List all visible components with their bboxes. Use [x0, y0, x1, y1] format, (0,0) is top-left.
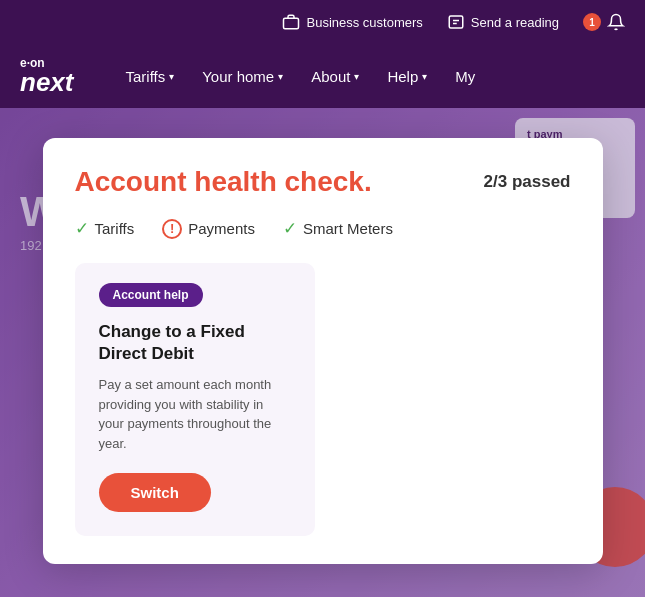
- check-smart-meters: ✓ Smart Meters: [283, 218, 393, 239]
- modal-overlay: Account health check. 2/3 passed ✓ Tarif…: [0, 108, 645, 597]
- check-tariffs: ✓ Tariffs: [75, 218, 135, 239]
- logo[interactable]: e·on next: [20, 57, 73, 95]
- notifications-link[interactable]: 1: [583, 13, 625, 31]
- notification-badge: 1: [583, 13, 601, 31]
- tariffs-chevron-icon: ▾: [169, 71, 174, 82]
- card-title: Change to a Fixed Direct Debit: [99, 321, 291, 365]
- nav-help[interactable]: Help ▾: [375, 60, 439, 93]
- svg-rect-0: [284, 18, 299, 29]
- briefcase-icon: [282, 13, 300, 31]
- nav-bar: e·on next Tariffs ▾ Your home ▾ About ▾ …: [0, 44, 645, 108]
- nav-your-home[interactable]: Your home ▾: [190, 60, 295, 93]
- nav-items: Tariffs ▾ Your home ▾ About ▾ Help ▾ My: [113, 60, 625, 93]
- business-customers-label: Business customers: [306, 15, 422, 30]
- nav-my[interactable]: My: [443, 60, 487, 93]
- modal-title: Account health check.: [75, 166, 372, 198]
- top-bar: Business customers Send a reading 1: [0, 0, 645, 44]
- check-items-row: ✓ Tariffs ! Payments ✓ Smart Meters: [75, 218, 571, 239]
- bell-icon: [607, 13, 625, 31]
- logo-next: next: [20, 69, 73, 95]
- switch-button[interactable]: Switch: [99, 473, 211, 512]
- check-payments-label: Payments: [188, 220, 255, 237]
- about-chevron-icon: ▾: [354, 71, 359, 82]
- account-help-card: Account help Change to a Fixed Direct De…: [75, 263, 315, 536]
- passed-badge: 2/3 passed: [484, 172, 571, 192]
- account-health-modal: Account health check. 2/3 passed ✓ Tarif…: [43, 138, 603, 564]
- nav-about[interactable]: About ▾: [299, 60, 371, 93]
- card-description: Pay a set amount each month providing yo…: [99, 375, 291, 453]
- send-reading-label: Send a reading: [471, 15, 559, 30]
- check-ok-icon-2: ✓: [283, 218, 297, 239]
- svg-rect-1: [449, 16, 463, 28]
- check-tariffs-label: Tariffs: [95, 220, 135, 237]
- check-smart-meters-label: Smart Meters: [303, 220, 393, 237]
- help-chevron-icon: ▾: [422, 71, 427, 82]
- nav-tariffs[interactable]: Tariffs ▾: [113, 60, 186, 93]
- send-reading-link[interactable]: Send a reading: [447, 13, 559, 31]
- your-home-chevron-icon: ▾: [278, 71, 283, 82]
- business-customers-link[interactable]: Business customers: [282, 13, 422, 31]
- check-payments: ! Payments: [162, 219, 255, 239]
- card-tag: Account help: [99, 283, 203, 307]
- check-warning-icon: !: [162, 219, 182, 239]
- check-ok-icon: ✓: [75, 218, 89, 239]
- modal-header: Account health check. 2/3 passed: [75, 166, 571, 198]
- meter-icon: [447, 13, 465, 31]
